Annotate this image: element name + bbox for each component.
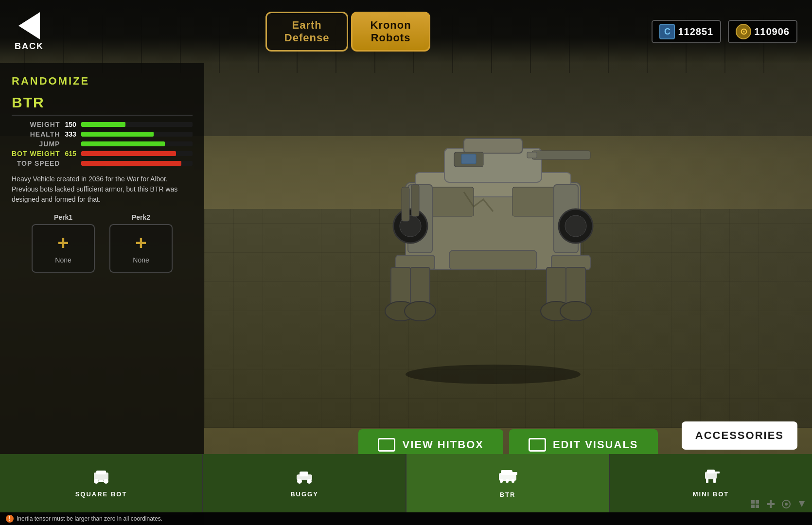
stat-value-bot-weight: 615 <box>65 150 76 158</box>
perk2-item: Perk2 + None <box>109 213 173 273</box>
stat-bar-fill-weight <box>81 122 126 127</box>
svg-rect-27 <box>402 187 409 221</box>
tab-earth-defense[interactable]: Earth Defense <box>265 12 349 52</box>
stat-bar-bot-weight <box>81 151 193 156</box>
bot-description: Heavy Vehicle created in 2036 for the Wa… <box>12 174 193 205</box>
svg-rect-46 <box>707 470 715 473</box>
robot-display <box>204 63 812 428</box>
bot-name: BTR <box>12 94 193 116</box>
back-label: BACK <box>15 41 44 52</box>
svg-point-16 <box>405 301 436 321</box>
svg-rect-36 <box>300 472 308 476</box>
svg-point-21 <box>560 301 591 321</box>
currency-group: C 112851 ⊙ 110906 <box>652 20 797 43</box>
credits-display: C 112851 <box>652 20 721 43</box>
tab-buggy-label: BUGGY <box>290 490 318 498</box>
tab-btr-label: BTR <box>500 491 516 498</box>
svg-rect-9 <box>527 152 537 158</box>
tab-btr[interactable]: BTR <box>406 454 610 512</box>
svg-rect-44 <box>512 479 514 483</box>
stat-bar-top-speed <box>81 161 193 166</box>
error-icon: ! <box>6 515 14 523</box>
perk2-label: Perk2 <box>132 213 150 221</box>
perk1-plus-icon: + <box>57 233 69 252</box>
gold-icon: ⊙ <box>736 24 751 39</box>
perk2-value: None <box>133 256 149 264</box>
view-hitbox-label: VIEW HITBOX <box>402 438 483 451</box>
error-text: Inertia tensor must be larger than zero … <box>17 515 162 522</box>
svg-rect-51 <box>756 500 759 504</box>
svg-point-37 <box>297 479 302 484</box>
svg-point-26 <box>565 215 586 237</box>
perk2-box[interactable]: + None <box>109 224 173 273</box>
perks-row: Perk1 + None Perk2 + None <box>12 213 193 273</box>
stat-value-health: 333 <box>65 130 76 138</box>
svg-point-33 <box>104 479 108 484</box>
tab-square-bot-label: SQUARE BOT <box>75 490 127 498</box>
corner-icon-3[interactable] <box>781 499 792 509</box>
svg-rect-41 <box>512 472 517 475</box>
svg-rect-43 <box>506 479 509 483</box>
svg-rect-34 <box>99 480 104 482</box>
svg-rect-50 <box>751 500 755 504</box>
svg-rect-53 <box>756 505 759 508</box>
tab-mini-bot-label: MINI BOT <box>693 490 729 498</box>
stat-bar-weight <box>81 122 193 127</box>
corner-icon-4[interactable] <box>796 499 807 509</box>
topbar: BACK Earth Defense Kronon Robots C 11285… <box>0 0 812 63</box>
svg-rect-22 <box>449 250 537 270</box>
perk2-plus-icon: + <box>135 233 146 252</box>
svg-rect-7 <box>464 139 522 153</box>
bottom-bar: SQUARE BOT BUGGY BTR <box>0 454 812 512</box>
perk1-item: Perk1 + None <box>32 213 95 273</box>
svg-rect-8 <box>532 151 590 159</box>
svg-rect-31 <box>96 471 106 474</box>
back-arrow-icon <box>18 12 40 39</box>
svg-rect-11 <box>461 154 476 164</box>
hitbox-icon <box>378 438 395 452</box>
svg-point-32 <box>94 479 99 484</box>
mini-bot-icon <box>701 469 721 488</box>
tab-square-bot[interactable]: SQUARE BOT <box>0 454 203 512</box>
stats-table: WEIGHT 150 HEALTH 333 JUMP BOT WEIGHT 61… <box>12 121 193 167</box>
stat-bar-fill-bot-weight <box>81 151 176 156</box>
stat-label-bot-weight: BOT WEIGHT <box>12 150 60 158</box>
stat-bar-jump <box>81 141 193 146</box>
svg-point-57 <box>785 503 788 506</box>
gold-display: ⊙ 110906 <box>728 20 797 43</box>
corner-icons <box>750 499 807 509</box>
svg-point-38 <box>307 479 312 484</box>
stat-label-health: HEALTH <box>12 130 60 138</box>
perk1-box[interactable]: + None <box>32 224 95 273</box>
stat-bar-fill-jump <box>81 141 165 146</box>
edit-visuals-label: EDIT VISUALS <box>553 438 638 451</box>
perk1-label: Perk1 <box>54 213 72 221</box>
stat-label-weight: WEIGHT <box>12 121 60 128</box>
svg-rect-42 <box>500 479 503 483</box>
tab-buggy[interactable]: BUGGY <box>203 454 406 512</box>
perk1-value: None <box>55 256 71 264</box>
tab-kronon-robots[interactable]: Kronon Robots <box>351 12 430 52</box>
visuals-icon <box>529 438 546 452</box>
svg-rect-52 <box>751 505 755 508</box>
svg-rect-49 <box>713 478 716 483</box>
btr-icon <box>497 468 518 488</box>
svg-rect-28 <box>411 185 419 216</box>
stat-value-weight: 150 <box>65 121 76 128</box>
square-bot-icon <box>91 469 111 488</box>
svg-rect-40 <box>501 470 512 475</box>
stat-label-top-speed: TOP SPEED <box>12 159 60 167</box>
corner-icon-1[interactable] <box>750 499 760 509</box>
stat-bar-fill-top-speed <box>81 161 181 166</box>
stat-bar-fill-health <box>81 132 154 137</box>
credits-icon: C <box>659 24 675 39</box>
error-bar: ! Inertia tensor must be larger than zer… <box>0 512 812 525</box>
corner-icon-2[interactable] <box>765 499 776 509</box>
svg-rect-19 <box>566 267 585 306</box>
back-button[interactable]: BACK <box>15 12 44 52</box>
svg-rect-55 <box>770 500 772 508</box>
accessories-button[interactable]: ACCESSORIES <box>682 421 797 450</box>
stat-bar-health <box>81 132 193 137</box>
svg-rect-48 <box>706 478 708 483</box>
randomize-button[interactable]: RANDOMIZE <box>12 73 193 89</box>
